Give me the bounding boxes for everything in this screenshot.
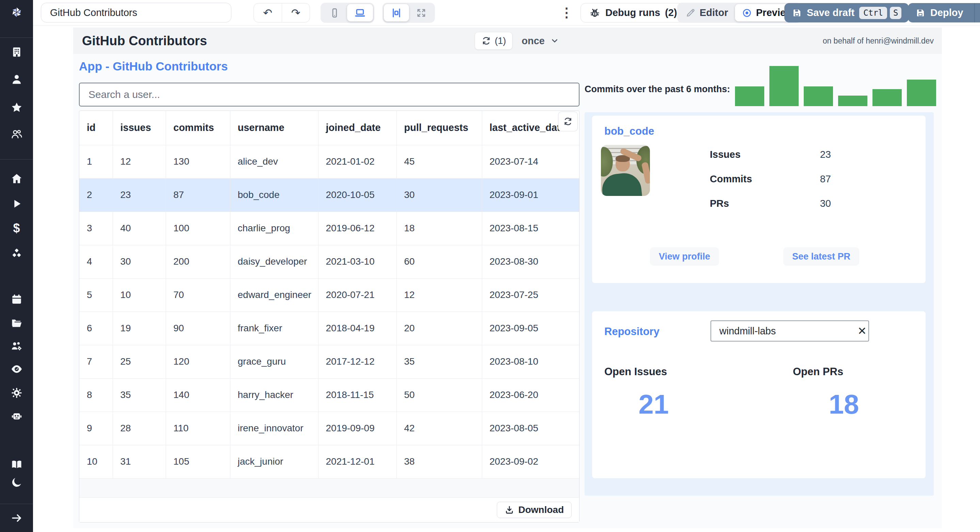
table-cell: 35: [396, 345, 482, 378]
schedule-dropdown[interactable]: once: [522, 27, 559, 54]
sidebar-item-theme-toggle[interactable]: [0, 473, 33, 492]
desktop-view-button[interactable]: [347, 4, 373, 21]
column-header[interactable]: username: [230, 111, 318, 145]
fullwidth-layout-button[interactable]: [409, 4, 434, 21]
eye-icon: [11, 363, 23, 375]
table-cell: 2017-12-12: [318, 345, 396, 378]
table-cell: 2019-06-12: [318, 211, 396, 245]
cubes-icon: [11, 247, 23, 260]
search-input[interactable]: [79, 83, 579, 106]
layout-toggle-group: [382, 3, 435, 23]
more-menu-button[interactable]: ⋮: [560, 5, 573, 21]
table-cell: 35: [113, 378, 166, 411]
table-cell: 87: [166, 178, 230, 211]
deploy-separator: [974, 3, 975, 22]
column-header[interactable]: pull_requests: [396, 111, 482, 145]
sidebar-item-home[interactable]: [0, 169, 33, 188]
table-cell: 2021-12-01: [318, 445, 396, 478]
table-row[interactable]: 835140harry_hacker2018-11-15502023-06-20: [79, 378, 579, 411]
sidebar-item-docs[interactable]: [0, 455, 33, 474]
table-row[interactable]: 61990frank_fixer2018-04-19202023-09-05: [79, 311, 579, 345]
stat-label: Commits: [710, 173, 752, 185]
clear-icon[interactable]: ✕: [856, 324, 869, 337]
windmill-logo-icon[interactable]: [0, 3, 33, 22]
repository-input-wrap: ✕: [711, 321, 869, 341]
sidebar-item-members[interactable]: [0, 124, 33, 143]
table-cell: 5: [79, 278, 113, 311]
table-cell: 2018-11-15: [318, 378, 396, 411]
debug-runs-button[interactable]: Debug runs (2): [581, 3, 686, 22]
schedule-label: once: [522, 35, 545, 47]
undo-button[interactable]: ↶: [254, 3, 282, 22]
column-header[interactable]: joined_date: [318, 111, 396, 145]
table-cell: 140: [166, 378, 230, 411]
download-icon: [504, 505, 514, 515]
table-row[interactable]: 340100charlie_prog2019-06-12182023-08-15: [79, 211, 579, 245]
table-cell: grace_guru: [230, 345, 318, 378]
windmill-app-editor: $ ↶ ↷ ⋮ Debug runs (2): [0, 0, 980, 532]
table-row[interactable]: 112130alice_dev2021-01-02452023-07-14: [79, 145, 579, 178]
see-latest-pr-button[interactable]: See latest PR: [783, 247, 859, 266]
sidebar-item-runs[interactable]: [0, 194, 33, 213]
table-cell: 9: [79, 411, 113, 445]
deploy-button[interactable]: Deploy: [908, 3, 980, 22]
table-cell: 2: [79, 178, 113, 211]
sidebar-item-workspace[interactable]: [0, 43, 33, 62]
table-refresh-button[interactable]: [558, 111, 578, 131]
sidebar-expand[interactable]: [0, 508, 33, 527]
view-profile-button[interactable]: View profile: [650, 247, 719, 266]
sidebar-item-variables[interactable]: $: [0, 219, 33, 238]
editor-tab[interactable]: Editor: [679, 4, 735, 21]
building-icon: [11, 46, 23, 58]
open-prs-label: Open PRs: [793, 366, 843, 378]
column-header[interactable]: issues: [113, 111, 166, 145]
mobile-view-button[interactable]: [322, 4, 347, 21]
arrow-right-icon: [11, 512, 23, 524]
column-header[interactable]: id: [79, 111, 113, 145]
sidebar-item-favorites[interactable]: [0, 98, 33, 117]
sidebar-item-settings[interactable]: [0, 383, 33, 402]
table-cell: 6: [79, 311, 113, 345]
download-button[interactable]: Download: [497, 502, 572, 518]
app-title-input[interactable]: [41, 3, 231, 22]
table-row[interactable]: 725120grace_guru2017-12-12352023-08-10: [79, 345, 579, 378]
user-card: bob_code Issues 23 Commits 87 PRs: [592, 116, 926, 283]
column-header[interactable]: commits: [166, 111, 230, 145]
center-layout-button[interactable]: [384, 4, 409, 21]
sidebar-item-groups[interactable]: [0, 337, 33, 356]
table-row[interactable]: 51070edward_engineer2020-07-21122023-07-…: [79, 278, 579, 311]
table-row[interactable]: 1031105jack_junior2021-12-01382023-09-02: [79, 445, 579, 478]
redo-button[interactable]: ↷: [282, 3, 310, 22]
sidebar-item-audit-logs[interactable]: [0, 359, 33, 379]
pencil-icon: [685, 8, 695, 18]
sidebar-item-ai[interactable]: [0, 407, 33, 426]
repository-input[interactable]: [711, 326, 856, 337]
sidebar-item-user[interactable]: [0, 70, 33, 89]
open-issues-label: Open Issues: [605, 366, 667, 378]
table-cell: 25: [113, 345, 166, 378]
table-header-row: idissuescommitsusernamejoined_datepull_r…: [79, 111, 579, 145]
stat-value: 87: [820, 173, 831, 185]
app-refresh-button[interactable]: (1): [475, 32, 512, 50]
stat-value: 30: [820, 198, 831, 209]
person-icon: [11, 73, 23, 86]
table-cell: 120: [166, 345, 230, 378]
users-icon: [11, 128, 23, 140]
sidebar-item-schedules[interactable]: [0, 290, 33, 309]
commits-bar-chart: [735, 66, 939, 106]
table-cell: 50: [396, 378, 482, 411]
sidebar-item-resources[interactable]: [0, 244, 33, 263]
align-center-icon: [391, 7, 402, 19]
table-empty-strip: [79, 479, 579, 497]
table-row[interactable]: 928110irene_innovator2019-09-09422023-08…: [79, 411, 579, 445]
table-cell: 20: [396, 311, 482, 345]
table-row[interactable]: 22387bob_code2020-10-05302023-09-01: [79, 178, 579, 211]
table-cell: 42: [396, 411, 482, 445]
table-row[interactable]: 430200daisy_developer2021-03-10602023-08…: [79, 245, 579, 278]
table-cell: 100: [166, 211, 230, 245]
user-card-title: bob_code: [605, 125, 654, 137]
right-panel: bob_code Issues 23 Commits 87 PRs: [585, 112, 934, 495]
sidebar-item-folders[interactable]: [0, 314, 33, 333]
save-draft-button[interactable]: Save draft CtrlS: [784, 3, 909, 22]
table-cell: 200: [166, 245, 230, 278]
